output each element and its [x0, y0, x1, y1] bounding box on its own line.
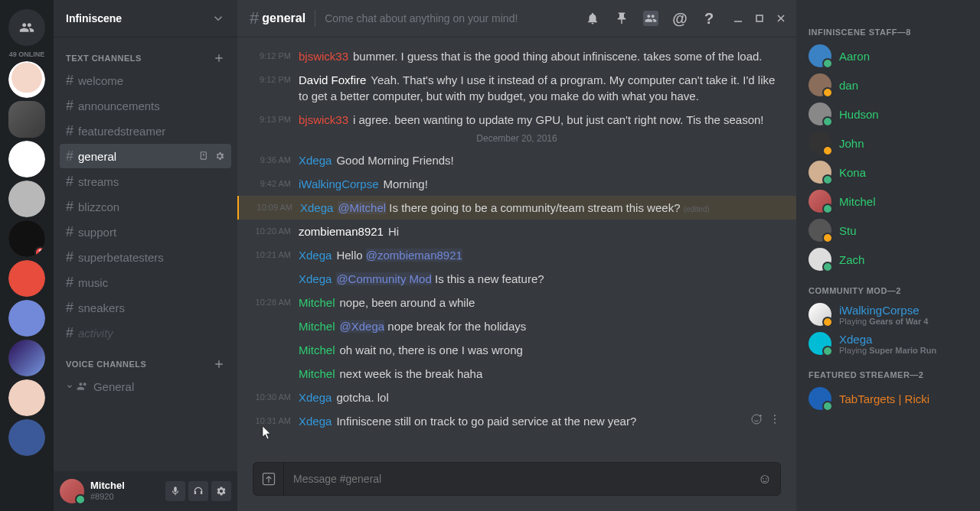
- member-avatar: [808, 248, 831, 271]
- message-author[interactable]: Xdega: [299, 249, 332, 262]
- server-asharias[interactable]: [8, 181, 45, 217]
- channel-panel: Infiniscene TEXT CHANNELS #welcome#annou…: [54, 0, 237, 511]
- message-author[interactable]: iWalkingCorpse: [299, 177, 378, 190]
- message-author[interactable]: Xdega: [299, 272, 332, 285]
- message-row: 10:09 AMXdega@Mitchel Is there going to …: [237, 196, 796, 220]
- message-author[interactable]: bjswick33: [299, 50, 348, 63]
- more-icon[interactable]: [769, 413, 781, 425]
- member-name: iWalkingCorpse: [839, 304, 928, 317]
- server-eyes[interactable]: [8, 379, 45, 416]
- chevron-down-icon: [211, 11, 225, 25]
- server-filthy[interactable]: [8, 141, 45, 177]
- deafen-button[interactable]: [188, 481, 208, 501]
- settings-button[interactable]: [211, 481, 231, 501]
- message-author[interactable]: Mitchel: [299, 296, 335, 309]
- add-voice-channel-icon[interactable]: [213, 358, 225, 370]
- channel-announcements[interactable]: #announcements: [60, 93, 231, 118]
- server-blue[interactable]: [8, 419, 45, 456]
- server-isaac[interactable]: [8, 61, 45, 98]
- message-author[interactable]: Mitchel: [299, 320, 335, 333]
- member-item[interactable]: XdegaPlaying Super Mario Run: [802, 329, 974, 358]
- message-author[interactable]: Xdega: [299, 391, 332, 404]
- member-name: John: [839, 137, 864, 150]
- voice-channel-general[interactable]: General: [60, 374, 231, 399]
- member-item[interactable]: TabTargets | Ricki: [802, 384, 974, 413]
- message-author[interactable]: bjswick33: [299, 113, 348, 126]
- hash-icon: #: [66, 98, 74, 114]
- minimize-button[interactable]: [732, 12, 744, 24]
- server-galaxy[interactable]: [8, 340, 45, 376]
- pin-icon[interactable]: [614, 11, 629, 26]
- message-row: 10:31 AMXdegaInfiniscene still on track …: [253, 409, 781, 433]
- mention[interactable]: @zombieman8921: [366, 249, 462, 262]
- self-avatar[interactable]: [60, 479, 84, 503]
- channel-sneakers[interactable]: #sneakers: [60, 295, 231, 320]
- svg-point-8: [774, 422, 776, 424]
- message-row: Mitchelnext week is the break haha: [253, 362, 781, 386]
- server-header[interactable]: Infiniscene: [54, 0, 237, 37]
- message-row: Mitchel@Xdega nope break for the holiday…: [253, 314, 781, 338]
- member-item[interactable]: Kona: [802, 158, 974, 187]
- channel-support[interactable]: #support: [60, 220, 231, 244]
- channel-welcome[interactable]: #welcome: [60, 68, 231, 93]
- gear-icon[interactable]: [214, 151, 225, 161]
- channel-music[interactable]: #music: [60, 270, 231, 295]
- hash-icon: #: [66, 275, 74, 291]
- channel-featuredstreamer[interactable]: #featuredstreamer: [60, 119, 231, 143]
- message-author[interactable]: Xdega: [299, 415, 332, 428]
- channel-blizzcon[interactable]: #blizzcon: [60, 194, 231, 219]
- server-partner[interactable]: [8, 300, 45, 337]
- server-axe[interactable]: [8, 260, 45, 297]
- message-time: 10:20 AM: [253, 223, 299, 239]
- member-name: Kona: [839, 166, 866, 179]
- message-list[interactable]: 9:12 PMbjswick33bummer. I guess that is …: [237, 37, 796, 462]
- message-text: Yeah. That's why I use it instead of a p…: [299, 73, 775, 103]
- hash-icon: #: [66, 300, 74, 316]
- message-row: 9:13 PMbjswick33i agree. been wanting to…: [253, 108, 781, 132]
- emoji-button[interactable]: ☺: [750, 471, 780, 487]
- message-time: 9:12 PM: [253, 72, 299, 104]
- message-author[interactable]: Mitchel: [299, 343, 335, 356]
- channel-superbetatesters[interactable]: #superbetatesters: [60, 245, 231, 269]
- mention[interactable]: @Community Mod: [336, 272, 431, 285]
- add-channel-icon[interactable]: [213, 52, 225, 64]
- message-time: 9:36 AM: [253, 152, 299, 168]
- member-item[interactable]: Zach: [802, 245, 974, 274]
- member-item[interactable]: dan: [802, 70, 974, 99]
- reaction-icon[interactable]: [750, 413, 763, 425]
- close-button[interactable]: [775, 12, 787, 24]
- channel-general[interactable]: #general: [60, 144, 231, 168]
- upload-button[interactable]: [253, 463, 284, 495]
- member-item[interactable]: Hudson: [802, 99, 974, 129]
- hash-icon: #: [66, 199, 74, 215]
- member-avatar: [808, 103, 831, 125]
- message-row: 10:28 AMMitchelnope, been around a while: [253, 291, 781, 314]
- mute-button[interactable]: [165, 481, 185, 501]
- message-author[interactable]: Xdega: [299, 154, 332, 167]
- member-item[interactable]: Aaron: [802, 41, 974, 70]
- home-button[interactable]: [8, 9, 45, 46]
- message-input[interactable]: [284, 463, 750, 495]
- member-item[interactable]: iWalkingCorpsePlaying Gears of War 4: [802, 300, 974, 329]
- message-author[interactable]: David Foxfire: [299, 73, 366, 86]
- members-toggle-icon[interactable]: [643, 11, 658, 26]
- invite-icon[interactable]: [199, 151, 210, 161]
- member-item[interactable]: Mitchel: [802, 187, 974, 216]
- member-item[interactable]: Stu: [802, 216, 974, 245]
- channel-activity[interactable]: #activity: [60, 321, 231, 345]
- mentions-icon[interactable]: @: [672, 11, 688, 26]
- message-author[interactable]: Mitchel: [299, 367, 335, 380]
- message-author[interactable]: zombieman8921: [299, 225, 384, 238]
- mention[interactable]: @Mitchel: [338, 201, 386, 214]
- notifications-icon[interactable]: [585, 11, 600, 26]
- message-text: Hello: [336, 249, 365, 262]
- mention[interactable]: @Xdega: [340, 320, 385, 333]
- member-item[interactable]: John: [802, 129, 974, 158]
- server-moon[interactable]: 2: [8, 220, 45, 257]
- message-author[interactable]: Xdega: [300, 201, 333, 214]
- channel-streams[interactable]: #streams: [60, 169, 231, 194]
- help-icon[interactable]: ?: [701, 11, 717, 26]
- maximize-button[interactable]: [753, 12, 766, 24]
- message-text: nope, been around a while: [340, 296, 475, 309]
- server-infiniscene[interactable]: [8, 101, 45, 138]
